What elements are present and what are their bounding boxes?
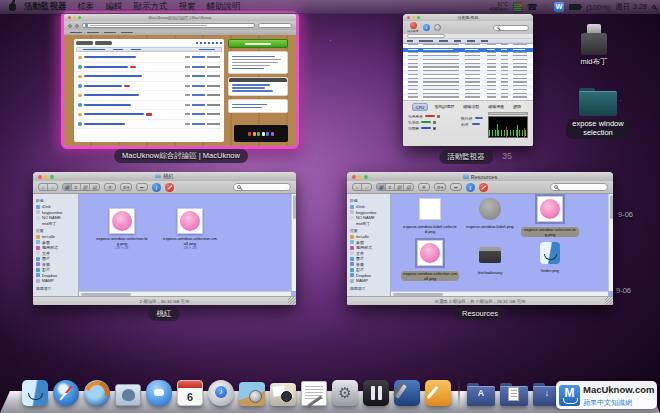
dock-xcode-icon[interactable] [394,380,420,406]
dock-ichat-icon[interactable] [146,380,172,406]
sidebar-device-item[interactable]: mid布丁 [36,221,78,227]
finder-search-field[interactable] [550,183,608,191]
dock-safari-icon[interactable] [53,380,79,406]
sidebar-place-item[interactable]: MAMP [36,278,78,284]
w-app-menu-icon[interactable]: W [554,2,564,12]
battery-percent[interactable]: (100%) [586,3,610,12]
share-button[interactable]: ➦ [136,183,148,191]
vertical-scrollbar[interactable] [291,194,296,291]
action-menu-button[interactable]: ⚙▾ [434,183,446,191]
back-forward-buttons[interactable]: ‹› [352,183,372,191]
dock-iphoto-icon[interactable] [239,382,265,406]
dock-itunes-icon[interactable] [208,380,234,406]
sidebar-device-item[interactable]: mid布丁 [350,221,390,227]
dock-finder-icon[interactable] [22,380,48,406]
view-mode-switcher[interactable]: ▦≡▥▤ [62,183,100,191]
browser-window[interactable]: MacUknow綜合討論區 | MacUknow [61,11,299,149]
inspect-button[interactable]: i [423,24,430,31]
action-menu-button[interactable]: ⚙▾ [120,183,132,191]
battery-icon[interactable] [569,4,581,10]
burn-disabled-icon[interactable] [479,183,488,192]
forum-topic-row[interactable] [76,101,222,111]
activity-monitor-window[interactable]: 活動監視器 結束程序 i CPU系統記憶體磁碟活動磁碟用量網路 %使用者 %系統 [403,14,533,146]
vertical-scrollbar[interactable] [608,194,613,291]
finder-window-resources[interactable]: Resources ‹› ▦≡▥▤ 👁 ⚙▾ ➦ i 設備 iDiskkeyjo… [347,172,613,305]
forward-button[interactable] [75,24,79,28]
forum-topic-row[interactable] [76,53,222,63]
back-button[interactable] [68,24,72,28]
resize-grip[interactable] [288,297,296,305]
forum-button[interactable] [95,41,112,45]
am-tab[interactable]: 網路 [510,103,524,111]
am-search-field[interactable] [493,25,529,31]
sidebar-place-item[interactable]: MAMP [350,278,390,284]
file-item-selected[interactable]: expose-window-selection-small.png [401,240,459,284]
dock-textedit-icon[interactable] [301,381,327,406]
menu-item[interactable]: 顯示方式 [134,1,168,13]
forum-topic-row[interactable] [76,82,222,92]
am-tab[interactable]: CPU [412,103,428,111]
dock-ical-icon[interactable]: 6 [177,380,203,406]
dock-documents-stack-icon[interactable] [500,383,528,406]
menu-clock[interactable]: 週日 3:28 [615,2,647,12]
menu-item[interactable]: 活動監視器 [24,1,67,13]
file-item[interactable]: finder.png [521,240,579,273]
forum-topic-row[interactable] [76,72,222,82]
dock-system-preferences-icon[interactable]: ⚙ [332,380,358,406]
menu-item[interactable]: 輔助說明 [207,1,241,13]
temp-fan-readout[interactable]: 61°C 4082rpm [490,2,508,12]
burn-disabled-icon[interactable] [165,183,174,192]
dock-firefox-icon[interactable] [84,380,110,406]
file-area[interactable]: expose-window-label-selected.png expose-… [391,194,613,296]
menu-item[interactable]: 檔案 [78,1,95,13]
file-item[interactable]: fetchadvisory [461,242,519,275]
diamond-icon[interactable]: ◇ [543,3,549,12]
forum-button[interactable] [76,41,93,45]
file-item[interactable]: expose-window-selection-small.png 28 × 2… [161,208,219,250]
dock-dashcode-icon[interactable] [425,380,451,406]
menu-item[interactable]: 編輯 [106,1,123,13]
new-topic-button[interactable] [228,39,288,48]
back-forward-buttons[interactable]: ‹› [38,183,58,191]
browser-search-field[interactable] [258,23,292,28]
view-mode-switcher[interactable]: ▦≡▥▤ [376,183,414,191]
cpu-meter-icon[interactable] [513,2,522,12]
spotlight-icon[interactable] [652,5,656,9]
sample-process-button[interactable] [434,24,441,31]
file-item[interactable]: expose-window-label-selected.png [401,196,459,234]
apple-menu-icon[interactable] [9,3,16,11]
forum-topic-row[interactable] [76,110,222,120]
quicklook-button[interactable]: 👁 [418,183,430,191]
resize-grip[interactable] [605,297,613,305]
phone-icon[interactable]: ☎ [527,2,538,12]
dock-photo-booth-icon[interactable] [270,383,296,406]
selected-process-row[interactable] [403,48,533,52]
desktop-icon-folder[interactable]: expose window selection [560,88,636,139]
desktop-icon-usb[interactable]: mid布丁 [572,24,616,67]
am-tab[interactable]: 磁碟活動 [460,103,482,111]
dock-mail-icon[interactable] [115,384,141,406]
pagination[interactable] [196,42,223,45]
process-filter-popup[interactable] [407,34,445,38]
dock-parallels-icon[interactable] [363,380,389,406]
am-tab[interactable]: 磁碟用量 [485,103,507,111]
forum-topic-row[interactable] [76,120,222,130]
get-info-button[interactable]: i [466,183,475,192]
forum-topic-row[interactable] [76,91,222,101]
address-bar[interactable] [82,23,255,28]
forum-topic-row[interactable] [76,63,222,73]
am-tab[interactable]: 系統記憶體 [431,103,457,111]
process-table[interactable] [403,44,533,100]
menu-item[interactable]: 視窗 [179,1,196,13]
quicklook-button[interactable]: 👁 [104,183,116,191]
file-item[interactable]: expose-window-label.png [461,196,519,229]
file-item[interactable]: expose-window-selection-big.png 28 × 28 [93,208,151,250]
get-info-button[interactable]: i [152,183,161,192]
finder-window-pink[interactable]: 桃紅 ‹› ▦≡▥▤ 👁 ⚙▾ ➦ i 設備 iDiskkeyjournleeN… [33,172,296,305]
quit-process-button[interactable]: 結束程序 [407,22,419,33]
finder-search-field[interactable] [233,183,291,191]
share-button[interactable]: ➦ [450,183,462,191]
file-area[interactable]: expose-window-selection-big.png 28 × 28 … [79,194,296,296]
dock-applications-stack-icon[interactable]: A [467,383,495,406]
macuknow-banner[interactable] [234,125,288,142]
